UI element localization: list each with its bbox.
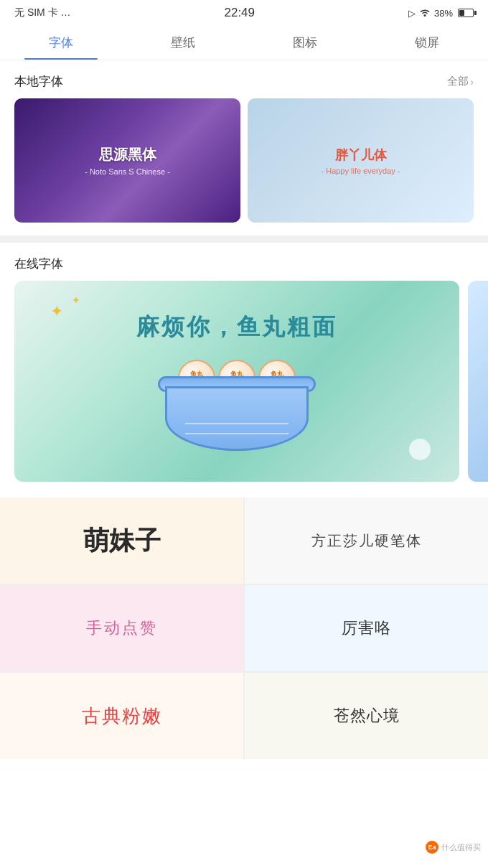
bowl-pattern	[185, 423, 288, 434]
noodle-title: 麻烦你，鱼丸粗面	[136, 312, 337, 343]
sparkle-left-icon: ✦	[50, 302, 63, 321]
battery-icon	[458, 9, 474, 17]
tab-wallpaper[interactable]: 壁纸	[122, 24, 244, 60]
online-fonts-section: 在线字体 ✦ ✦	[0, 243, 488, 759]
battery-percentage: 38%	[434, 8, 453, 19]
font-display-font5: 古典粉嫩	[82, 704, 162, 729]
watermark-label: 什么值得买	[441, 842, 481, 853]
bluetooth-icon: ▷	[408, 8, 416, 19]
font-name-en-fatgirl: - Happy life everyday -	[321, 167, 400, 175]
sparkle-small-icon: ✦	[72, 294, 80, 307]
carousel-card-side-bg	[468, 281, 488, 482]
font-grid-item-fangzheng[interactable]: 方正莎儿硬笔体	[245, 498, 488, 584]
tab-lockscreen[interactable]: 锁屏	[366, 24, 488, 60]
font-name-en-siyuan: - Noto Sans S Chinese -	[85, 167, 170, 176]
local-fonts-header: 本地字体 全部 ›	[0, 60, 488, 98]
online-fonts-header: 在线字体	[0, 243, 488, 281]
local-fonts-grid: 思源黑体 - Noto Sans S Chinese - 胖丫儿体 - Happ…	[0, 98, 488, 235]
font-name-cn-fatgirl: 胖丫儿体	[335, 146, 387, 164]
font-display-mengmeizi: 萌妹子	[83, 523, 161, 559]
font-grid-item-font6[interactable]: 苍然心境	[245, 673, 488, 759]
status-icons: ▷ 38%	[408, 7, 474, 19]
wifi-icon	[419, 7, 431, 19]
time-text: 22:49	[224, 6, 255, 20]
circle-decoration	[409, 439, 431, 460]
carrier-text: 无 SIM 卡 …	[14, 6, 71, 19]
carousel-track: ✦ ✦ 麻烦你，鱼丸粗面 鱼丸粗面	[0, 281, 488, 482]
font-carousel[interactable]: ✦ ✦ 麻烦你，鱼丸粗面 鱼丸粗面	[0, 281, 488, 496]
bowl-illustration: 鱼丸粗面 鱼丸粗面 鱼丸粗面	[158, 358, 316, 451]
status-bar: 无 SIM 卡 … 22:49 ▷ 38%	[0, 0, 488, 24]
section-divider	[0, 235, 488, 243]
chevron-right-icon: ›	[470, 76, 474, 88]
font-grid-item-mengmeizi[interactable]: 萌妹子	[0, 498, 243, 584]
noodle-card-content: ✦ ✦ 麻烦你，鱼丸粗面 鱼丸粗面	[14, 281, 459, 482]
local-fonts-more[interactable]: 全部 ›	[447, 75, 474, 88]
bowl-body	[165, 386, 309, 451]
font-grid-item-shoudong[interactable]: 手动点赞	[0, 585, 243, 671]
main-content: 本地字体 全部 › 思源黑体 - Noto Sans S Chinese - 胖…	[0, 60, 488, 759]
svg-point-0	[423, 14, 426, 17]
local-fonts-title: 本地字体	[14, 73, 63, 90]
online-fonts-title: 在线字体	[14, 257, 63, 271]
tab-font[interactable]: 字体	[0, 24, 122, 60]
font-card-siyuan[interactable]: 思源黑体 - Noto Sans S Chinese -	[14, 98, 240, 223]
font-grid-item-font5[interactable]: 古典粉嫩	[0, 673, 243, 759]
carousel-card-fishball[interactable]: ✦ ✦ 麻烦你，鱼丸粗面 鱼丸粗面	[14, 281, 459, 482]
font-grid-item-lihai[interactable]: 厉害咯	[245, 585, 488, 671]
watermark-icon: Ea	[426, 841, 438, 854]
tab-icon[interactable]: 图标	[244, 24, 366, 60]
watermark: Ea 什么值得买	[426, 841, 481, 854]
carousel-card-side[interactable]	[468, 281, 488, 482]
font-grid: 萌妹子 方正莎儿硬笔体 手动点赞 厉害咯 古典粉嫩 苍然心境	[0, 498, 488, 759]
font-display-font6: 苍然心境	[334, 705, 400, 727]
font-display-fangzheng: 方正莎儿硬笔体	[311, 531, 422, 551]
tab-bar: 字体 壁纸 图标 锁屏	[0, 24, 488, 60]
font-card-fatgirl[interactable]: 胖丫儿体 - Happy life everyday -	[248, 98, 474, 223]
font-display-shoudong: 手动点赞	[86, 617, 158, 639]
font-name-cn-siyuan: 思源黑体	[99, 145, 156, 164]
font-display-lihai: 厉害咯	[342, 617, 391, 639]
